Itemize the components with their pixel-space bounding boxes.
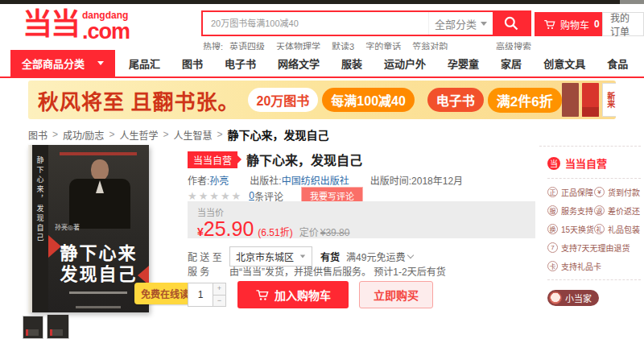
logo-domain: .com: [82, 21, 130, 42]
buy-now-button[interactable]: 立即购买: [359, 281, 433, 308]
service-item[interactable]: 换15天换货: [547, 223, 594, 235]
add-to-cart-button[interactable]: 加入购物车: [237, 281, 349, 308]
browser-top-strip: [0, 0, 644, 4]
price-panel: 当当价 ¥ 25.90 (6.51折) 定价 ¥39.80: [188, 201, 535, 238]
nav-item[interactable]: 运动户外: [384, 56, 426, 71]
dashed-divider: [547, 279, 641, 280]
breadcrumb-separator: >: [163, 129, 168, 140]
service-item[interactable]: 卡支持礼品卡: [547, 260, 641, 272]
quantity-increase-button[interactable]: +: [213, 283, 225, 296]
search-button[interactable]: [493, 12, 530, 35]
breadcrumb-link[interactable]: 人生哲学: [119, 128, 158, 142]
service-item[interactable]: 服服务支持: [547, 205, 594, 217]
publisher-link[interactable]: 中国纺织出版社: [282, 176, 349, 187]
search-box: 全部分类: [201, 10, 531, 36]
star-rating-icons: ★★★★★: [188, 190, 242, 202]
nav-item[interactable]: 图书: [182, 56, 203, 71]
nav-item[interactable]: 孕婴童: [448, 56, 479, 71]
cart-button[interactable]: 购物车 0: [535, 12, 609, 36]
quantity-input[interactable]: [188, 283, 213, 306]
gift-wrap-icon: 礼: [594, 224, 605, 234]
seven-day-return-icon: 7: [547, 242, 558, 253]
service-row: 服 务 由“当当”发货，并提供售后服务。 预计1-2天后有货: [188, 264, 446, 278]
nav-item[interactable]: 网络文学: [278, 56, 320, 71]
cover-title: 静下心来 发现自己: [48, 243, 149, 286]
author-label: 作者:: [188, 176, 209, 187]
dangdang-mini-logo-icon: 当: [547, 157, 560, 170]
all-categories-label: 全部商品分类: [22, 56, 85, 71]
dashed-divider: [547, 178, 641, 179]
nav-item[interactable]: 创意文具: [543, 56, 585, 71]
nav-links: 尾品汇 图书 电子书 网络文学 服装 运动户外 孕婴童 家居 创意文具 食品 A…: [129, 50, 644, 76]
region-value: 北京市东城区: [236, 250, 294, 263]
service-label: 服 务: [188, 264, 229, 278]
free-shipping-note[interactable]: 满49元免运费: [346, 250, 413, 263]
nav-item[interactable]: 家居: [501, 56, 522, 71]
publish-info-row: 作者:孙亮 出版社:中国纺织出版社 出版时间:2018年12月: [188, 173, 463, 187]
cart-count: 0: [594, 19, 600, 30]
breadcrumb: 图书> 成功/励志> 人生哲学> 人生智慧> 静下心来，发现自己: [28, 126, 328, 143]
cover-tagline-bar: [60, 152, 137, 155]
breadcrumb-link[interactable]: 图书: [28, 128, 47, 142]
stock-status: 有货: [320, 250, 340, 263]
chevron-down-icon: [481, 22, 487, 26]
mascot-label: 小当家: [565, 291, 592, 304]
free-read-badge[interactable]: 免费在线读: [134, 283, 196, 304]
all-categories-button[interactable]: 全部商品分类: [10, 50, 115, 76]
service-item[interactable]: 礼礼品包装: [594, 223, 641, 235]
title-row: 当当自营 静下心来，发现自己: [188, 150, 362, 169]
cover-thumbnail[interactable]: [47, 314, 69, 339]
author-portrait: [69, 159, 130, 229]
my-orders-button[interactable]: 我的订单: [602, 12, 644, 36]
service-guarantees: 正正品保障 ¥货到付款 服服务支持 返差价返还 换15天换货 礼礼品包装 7支持…: [547, 186, 641, 272]
scrollbar-nub[interactable]: [620, 0, 644, 4]
banner-book-covers: 新来: [562, 83, 616, 117]
breadcrumb-link[interactable]: 成功/励志: [63, 128, 104, 142]
cover-subtitle-bar: [69, 291, 127, 294]
review-count-link[interactable]: 0: [249, 190, 254, 201]
cart-label: 购物车: [560, 18, 589, 31]
nav-item[interactable]: 尾品汇: [129, 56, 160, 71]
banner-badge-books: 20万图书: [248, 88, 319, 112]
author-link[interactable]: 孙亮: [209, 176, 229, 187]
banner-book-cover: [582, 83, 599, 117]
nav-item[interactable]: 电子书: [225, 56, 256, 71]
ship-to-label: 配 送 至: [188, 250, 229, 263]
logo-characters: 当当: [23, 8, 79, 42]
cover-author: 孙亮◎著: [55, 222, 80, 231]
search-input[interactable]: [203, 12, 428, 35]
publisher-label: 出版社:: [250, 176, 281, 187]
nav-item[interactable]: 食品: [607, 56, 628, 71]
dangdang-logo[interactable]: 当当 dangdang .com: [23, 8, 130, 42]
pubdate-label: 出版时间:: [370, 176, 411, 187]
service-support-icon: 服: [547, 205, 558, 216]
chevron-down-icon: [97, 61, 104, 65]
mascot-icon: [549, 291, 562, 304]
list-price: ¥39.80: [320, 227, 350, 238]
gift-card-icon: 卡: [547, 261, 558, 271]
cover-thumbnail[interactable]: [23, 316, 43, 339]
review-count-suffix: 条评论: [254, 189, 283, 203]
cover-publisher-bar: [76, 306, 121, 308]
breadcrumb-link[interactable]: 人生智慧: [173, 128, 212, 142]
service-item[interactable]: ¥货到付款: [594, 186, 641, 198]
breadcrumb-separator: >: [109, 129, 114, 140]
authentic-icon: 正: [547, 187, 558, 197]
promo-banner[interactable]: 秋风将至 且翻书张。 20万图书 每满100减40 电子书 满2件6折 新来: [28, 81, 616, 119]
breadcrumb-current: 静下心来，发现自己: [227, 126, 328, 143]
service-item[interactable]: 正正品保障: [547, 186, 594, 198]
book-cover-image[interactable]: 静下心来，发现自己 孙亮◎著 静下心来 发现自己: [28, 145, 149, 312]
book-spine: 静下心来，发现自己: [32, 145, 48, 312]
category-label: 全部分类: [435, 16, 477, 31]
nav-item[interactable]: 服装: [341, 56, 362, 71]
spine-title: 静下心来，发现自己: [35, 156, 46, 243]
category-dropdown[interactable]: 全部分类: [428, 12, 493, 35]
mascot-chat-button[interactable]: 小当家: [547, 290, 599, 306]
cart-icon: [543, 19, 555, 31]
currency-symbol: ¥: [197, 225, 204, 238]
product-title: 静下心来，发现自己: [246, 150, 362, 169]
service-item[interactable]: 返差价返还: [594, 205, 641, 217]
service-item[interactable]: 7支持7天无理由退货: [547, 242, 641, 254]
list-price-label: 定价: [299, 225, 319, 238]
quantity-decrease-button[interactable]: −: [213, 296, 225, 307]
